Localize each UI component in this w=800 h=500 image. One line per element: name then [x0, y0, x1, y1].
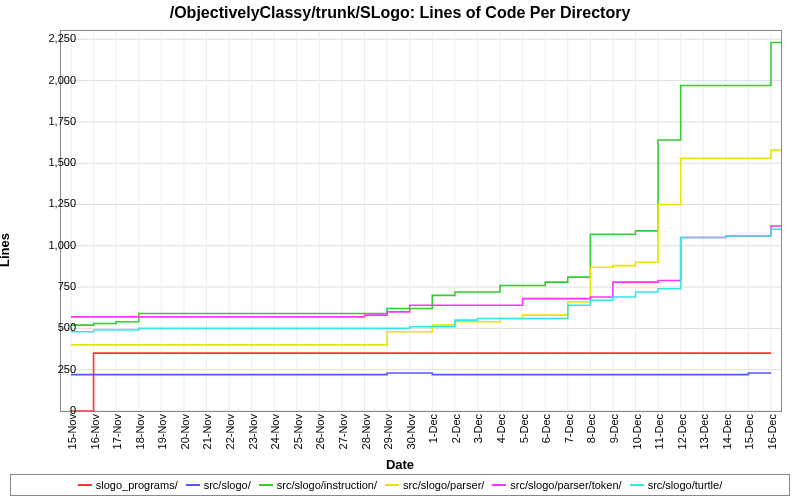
series-line	[71, 219, 781, 316]
plot-area	[60, 30, 782, 412]
x-tick-label: 16-Nov	[89, 414, 101, 449]
x-tick-label: 25-Nov	[292, 414, 304, 449]
x-tick-label: 1-Dec	[427, 414, 439, 443]
x-tick-label: 6-Dec	[540, 414, 552, 443]
x-tick-label: 5-Dec	[518, 414, 530, 443]
legend: slogo_programs/src/slogo/src/slogo/instr…	[10, 474, 790, 496]
x-tick-label: 12-Dec	[676, 414, 688, 449]
series-line	[71, 373, 771, 375]
x-tick-label: 3-Dec	[472, 414, 484, 443]
legend-swatch	[259, 484, 273, 486]
x-tick-label: 28-Nov	[360, 414, 372, 449]
x-tick-label: 24-Nov	[269, 414, 281, 449]
legend-swatch	[630, 484, 644, 486]
x-tick-label: 18-Nov	[134, 414, 146, 449]
series-line	[71, 353, 771, 411]
y-tick-label: 250	[26, 363, 76, 375]
y-tick-label: 2,000	[26, 74, 76, 86]
x-tick-label: 30-Nov	[405, 414, 417, 449]
y-tick-label: 2,250	[26, 32, 76, 44]
x-tick-label: 14-Dec	[721, 414, 733, 449]
legend-label: src/slogo/parser/token/	[510, 479, 621, 491]
legend-item: src/slogo/turtle/	[630, 479, 723, 491]
x-tick-label: 16-Dec	[766, 414, 778, 449]
y-tick-label: 1,000	[26, 239, 76, 251]
legend-item: slogo_programs/	[78, 479, 178, 491]
legend-swatch	[186, 484, 200, 486]
series-line	[71, 41, 781, 325]
x-tick-label: 15-Nov	[66, 414, 78, 449]
y-tick-label: 1,250	[26, 197, 76, 209]
y-tick-label: 1,500	[26, 156, 76, 168]
y-tick-label: 750	[26, 280, 76, 292]
x-tick-label: 11-Dec	[653, 414, 665, 449]
legend-label: src/slogo/instruction/	[277, 479, 377, 491]
x-tick-label: 23-Nov	[247, 414, 259, 449]
legend-swatch	[492, 484, 506, 486]
x-tick-label: 10-Dec	[631, 414, 643, 449]
plot-svg	[61, 31, 781, 411]
chart-title: /ObjectivelyClassy/trunk/SLogo: Lines of…	[0, 4, 800, 22]
x-tick-label: 8-Dec	[585, 414, 597, 443]
x-tick-label: 29-Nov	[382, 414, 394, 449]
legend-item: src/slogo/parser/token/	[492, 479, 621, 491]
legend-label: slogo_programs/	[96, 479, 178, 491]
x-tick-label: 26-Nov	[314, 414, 326, 449]
x-tick-label: 4-Dec	[495, 414, 507, 443]
legend-item: src/slogo/instruction/	[259, 479, 377, 491]
x-tick-label: 9-Dec	[608, 414, 620, 443]
legend-item: src/slogo/	[186, 479, 251, 491]
y-tick-label: 500	[26, 321, 76, 333]
x-tick-label: 15-Dec	[743, 414, 755, 449]
legend-label: src/slogo/parser/	[403, 479, 484, 491]
series-line	[71, 148, 781, 345]
chart-container: /ObjectivelyClassy/trunk/SLogo: Lines of…	[0, 0, 800, 500]
legend-label: src/slogo/	[204, 479, 251, 491]
x-tick-label: 19-Nov	[156, 414, 168, 449]
x-tick-label: 22-Nov	[224, 414, 236, 449]
x-tick-label: 17-Nov	[111, 414, 123, 449]
x-tick-label: 13-Dec	[698, 414, 710, 449]
legend-swatch	[385, 484, 399, 486]
x-axis-label: Date	[0, 457, 800, 472]
legend-label: src/slogo/turtle/	[648, 479, 723, 491]
y-tick-label: 1,750	[26, 115, 76, 127]
x-tick-label: 7-Dec	[563, 414, 575, 443]
x-tick-label: 20-Nov	[179, 414, 191, 449]
legend-swatch	[78, 484, 92, 486]
x-tick-label: 2-Dec	[450, 414, 462, 443]
legend-item: src/slogo/parser/	[385, 479, 484, 491]
x-tick-label: 27-Nov	[337, 414, 349, 449]
y-axis-label: Lines	[0, 233, 12, 267]
x-tick-label: 21-Nov	[201, 414, 213, 449]
